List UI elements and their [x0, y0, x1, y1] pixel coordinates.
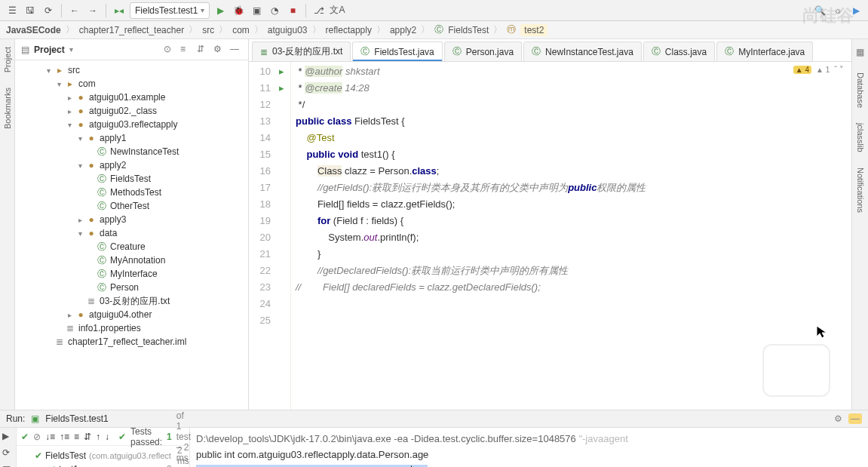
editor-tab[interactable]: ⒸFieldsTest.java: [352, 41, 442, 61]
filter-ignore-icon[interactable]: ⊘: [33, 432, 41, 442]
test-result-item[interactable]: ✔test12 ms: [20, 462, 186, 467]
hide-icon[interactable]: —: [230, 44, 242, 56]
project-tool-tab[interactable]: Project: [3, 47, 12, 72]
run-config-combo[interactable]: FieldsTest.test1 ▾: [130, 2, 210, 19]
tree-item[interactable]: ▾▸src: [15, 63, 248, 77]
project-title: Project: [34, 45, 65, 55]
locate-icon[interactable]: ⊙: [164, 44, 176, 56]
tree-item[interactable]: ⒸMethodsTest: [15, 186, 248, 199]
left-tool-rail: Project Bookmarks: [0, 39, 15, 410]
test-result-item[interactable]: ✔FieldsTest(com.atguigu03.reflect2 ms: [20, 449, 186, 462]
tree-item[interactable]: ≣info1.properties: [15, 321, 248, 335]
filter-pass-icon[interactable]: ✔: [21, 432, 29, 442]
editor-tab[interactable]: ⒸClass.java: [643, 41, 715, 61]
sync-icon[interactable]: ⟳: [41, 3, 56, 18]
run-side-toolbar: ▶ ⟳ ▣ ›: [0, 428, 17, 467]
coverage-icon[interactable]: ▣: [249, 3, 264, 18]
forward-icon[interactable]: →: [85, 3, 100, 18]
tree-item[interactable]: ⒸFieldsTest: [15, 172, 248, 186]
tree-item[interactable]: ≣03-反射的应用.txt: [15, 294, 248, 308]
rerun-icon[interactable]: ▶: [2, 431, 14, 443]
bookmarks-tool-tab[interactable]: Bookmarks: [3, 88, 12, 129]
code-inspections[interactable]: ▲ 4 ▲ 1 ˆ ˅: [793, 65, 844, 75]
run-console[interactable]: D:\develop_tools\JDK\jdk-17.0.2\bin\java…: [190, 428, 868, 467]
layout-icon[interactable]: ▣: [2, 464, 14, 467]
chevron-down-icon: ▾: [201, 6, 204, 14]
tree-item[interactable]: ⒸPerson: [15, 281, 248, 294]
tree-item[interactable]: ▾●atguigu03.reflectapply: [15, 118, 248, 131]
tree-item[interactable]: ▸●apply3: [15, 213, 248, 226]
watermark-logo: [762, 344, 830, 397]
save-icon[interactable]: 🖫: [23, 3, 38, 18]
build-icon[interactable]: ▸◂: [112, 3, 127, 18]
tree-item[interactable]: ▾●apply1: [15, 131, 248, 145]
debug-icon[interactable]: 🐞: [231, 3, 246, 18]
run-tool-header: Run: ▣ FieldsTest.test1 ⚙ —: [0, 410, 868, 428]
main-toolbar: ☰ 🖫 ⟳ ← → ▸◂ FieldsTest.test1 ▾ ▶ 🐞 ▣ ◔ …: [0, 0, 868, 21]
tree-item[interactable]: ▾●data: [15, 226, 248, 240]
translate-icon[interactable]: 文A: [330, 3, 345, 18]
run-gear-icon[interactable]: ⚙: [834, 413, 842, 424]
run-icon[interactable]: ▶: [213, 3, 228, 18]
tree-item[interactable]: ⒸOtherTest: [15, 199, 248, 213]
collapse-icon[interactable]: ⇵: [197, 44, 209, 56]
run-config-name[interactable]: FieldsTest.test1: [45, 413, 108, 424]
tree-item[interactable]: ⒸMyInterface: [15, 267, 248, 281]
breadcrumb: JavaSECode 〉chapter17_reflect_teacher 〉s…: [0, 21, 868, 39]
editor-tabs: ≣03-反射的应用.txtⒸFieldsTest.javaⒸPerson.jav…: [249, 39, 851, 62]
mouse-cursor: [815, 324, 830, 339]
tree-item[interactable]: ≣chapter17_reflect_teacher.iml: [15, 335, 248, 349]
watermark: 尚硅谷: [802, 5, 854, 27]
tree-item[interactable]: ▸●atguigu04.other: [15, 308, 248, 321]
editor-tab[interactable]: ⒸNewInstanceTest.java: [523, 41, 642, 61]
run-hide-icon[interactable]: —: [848, 413, 862, 424]
jclasslib-tool-tab[interactable]: jclasslib: [856, 123, 865, 152]
profile-icon[interactable]: ◔: [267, 3, 282, 18]
open-icon[interactable]: ☰: [5, 3, 20, 18]
editor-tab[interactable]: ≣03-反射的应用.txt: [252, 41, 351, 61]
right-tool-rail: ▦ Database jclasslib Notifications: [851, 39, 868, 410]
editor-tab[interactable]: ⒸMyInterface.java: [716, 41, 813, 61]
project-panel: ▤ Project ▾ ⊙ ≡ ⇵ ⚙ — ▾▸src▾▸com▸●atguig…: [15, 39, 249, 410]
run-test-tree: ✔ ⊘ ↓≡ ↑≡ ≡ ⇵ ↑ ↓ ✔ Tests passed: 1 of 1…: [17, 428, 190, 467]
tree-item[interactable]: ▸●atguigu01.example: [15, 91, 248, 104]
tree-item[interactable]: ▾▸com: [15, 77, 248, 91]
gear-icon[interactable]: ⚙: [213, 44, 225, 56]
tree-item[interactable]: ▾●apply2: [15, 158, 248, 172]
run-config-label: FieldsTest.test1: [135, 5, 198, 16]
tree-item[interactable]: ▸●atguigu02._class: [15, 104, 248, 118]
tree-item[interactable]: ⒸCreature: [15, 240, 248, 253]
crumb-root[interactable]: JavaSECode: [6, 25, 61, 35]
run-panel: ▶ ⟳ ▣ › ✔ ⊘ ↓≡ ↑≡ ≡ ⇵ ↑ ↓ ✔ Tests passed…: [0, 428, 868, 467]
database-tool-tab[interactable]: Database: [856, 72, 865, 108]
back-icon[interactable]: ←: [67, 3, 82, 18]
expand-icon[interactable]: ≡: [180, 44, 192, 56]
notifications-tool-tab[interactable]: Notifications: [856, 167, 865, 213]
stop2-icon[interactable]: ⟳: [2, 447, 14, 459]
git-icon[interactable]: ⎇: [311, 3, 327, 18]
stop-icon[interactable]: ■: [285, 3, 300, 18]
project-tree[interactable]: ▾▸src▾▸com▸●atguigu01.example▸●atguigu02…: [15, 60, 248, 410]
tree-item[interactable]: ⒸNewInstanceTest: [15, 145, 248, 158]
editor-gutter: 10111213141516171819202122232425 ▸▸: [249, 62, 291, 410]
tree-item[interactable]: ⒸMyAnnotation: [15, 253, 248, 267]
editor-tab[interactable]: ⒸPerson.java: [444, 41, 522, 61]
